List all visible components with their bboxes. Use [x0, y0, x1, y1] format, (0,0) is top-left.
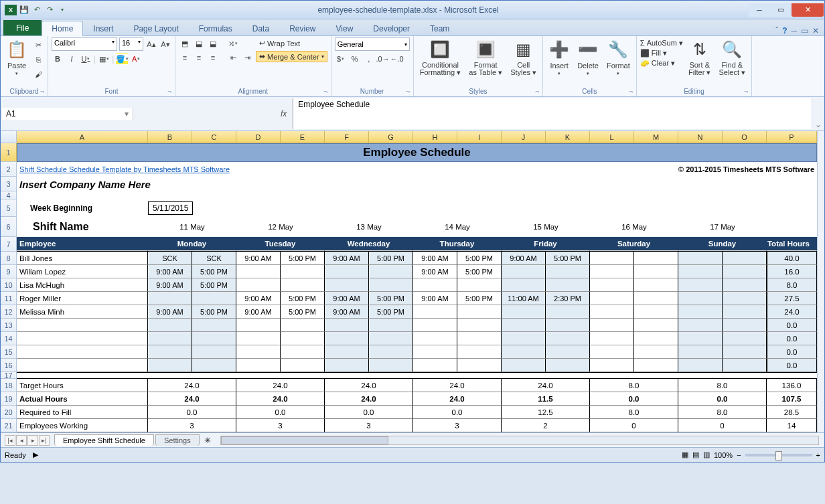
- shift-end-9-6[interactable]: [723, 265, 767, 278]
- shift-start-10-5[interactable]: [590, 278, 634, 292]
- minimize-ribbon-icon[interactable]: ˇ: [775, 26, 778, 35]
- shift-start-15-0[interactable]: [148, 345, 192, 359]
- row-header-3[interactable]: 3: [1, 177, 17, 191]
- fx-label[interactable]: fx: [275, 98, 293, 129]
- maximize-button[interactable]: ▭: [770, 3, 792, 17]
- shift-start-16-2[interactable]: [325, 359, 369, 372]
- col-header-D[interactable]: D: [236, 131, 281, 143]
- shift-end-9-5[interactable]: [634, 265, 678, 278]
- tab-page-layout[interactable]: Page Layout: [123, 21, 188, 35]
- shift-start-12-4[interactable]: [502, 305, 546, 319]
- shift-start-8-1[interactable]: 9:00 AM: [236, 252, 281, 265]
- font-color-button[interactable]: A: [130, 53, 142, 65]
- shift-end-9-4[interactable]: [546, 265, 590, 278]
- shift-end-12-6[interactable]: [723, 305, 767, 319]
- doc-restore-button[interactable]: ▭: [801, 26, 808, 35]
- row-header-15[interactable]: 15: [1, 345, 17, 359]
- shift-start-11-4[interactable]: 11:00 AM: [502, 292, 546, 305]
- increase-decimal-icon[interactable]: .0→: [377, 53, 389, 65]
- shift-start-16-3[interactable]: [413, 359, 457, 372]
- orientation-icon[interactable]: ⤭: [227, 37, 239, 50]
- row-header-18[interactable]: 18: [1, 379, 17, 392]
- employee-name-14[interactable]: [17, 332, 148, 345]
- shift-end-13-2[interactable]: [369, 319, 413, 332]
- shift-start-11-1[interactable]: 9:00 AM: [236, 292, 281, 305]
- shift-start-14-3[interactable]: [413, 332, 457, 345]
- shift-start-8-5[interactable]: [590, 252, 634, 265]
- shift-start-10-2[interactable]: [325, 278, 369, 292]
- shift-end-11-5[interactable]: [634, 292, 678, 305]
- shift-start-12-6[interactable]: [678, 305, 723, 319]
- col-header-E[interactable]: E: [281, 131, 325, 143]
- shift-start-15-1[interactable]: [236, 345, 281, 359]
- doc-close-button[interactable]: ✕: [812, 26, 819, 35]
- shift-end-15-0[interactable]: [192, 345, 236, 359]
- shift-end-16-3[interactable]: [457, 359, 502, 372]
- row-header-10[interactable]: 10: [1, 278, 17, 292]
- wrap-text-button[interactable]: ↩ Wrap Text: [256, 37, 327, 49]
- shift-end-13-5[interactable]: [634, 319, 678, 332]
- row-header-21[interactable]: 21: [1, 419, 17, 432]
- shift-end-16-2[interactable]: [369, 359, 413, 372]
- shift-start-14-4[interactable]: [502, 332, 546, 345]
- shift-start-14-2[interactable]: [325, 332, 369, 345]
- shift-start-11-3[interactable]: 9:00 AM: [413, 292, 457, 305]
- shift-start-14-6[interactable]: [678, 332, 723, 345]
- shift-end-9-1[interactable]: [281, 265, 325, 278]
- shift-start-15-4[interactable]: [502, 345, 546, 359]
- italic-button[interactable]: I: [66, 53, 78, 65]
- col-header-K[interactable]: K: [546, 131, 590, 143]
- underline-button[interactable]: U: [80, 53, 92, 65]
- shift-start-9-6[interactable]: [678, 265, 723, 278]
- col-header-J[interactable]: J: [502, 131, 546, 143]
- sheet-title[interactable]: Employee Schedule: [17, 143, 817, 162]
- format-as-table-button[interactable]: 🔳 Formatas Table ▾: [466, 37, 505, 78]
- shift-end-15-1[interactable]: [281, 345, 325, 359]
- shift-start-15-3[interactable]: [413, 345, 457, 359]
- week-beginning-input[interactable]: 5/11/2015: [148, 201, 193, 215]
- shift-end-13-0[interactable]: [192, 319, 236, 332]
- shift-end-15-2[interactable]: [369, 345, 413, 359]
- shift-start-10-1[interactable]: [236, 278, 281, 292]
- tab-data[interactable]: Data: [242, 21, 279, 35]
- tab-home[interactable]: Home: [42, 21, 83, 36]
- col-header-F[interactable]: F: [325, 131, 369, 143]
- employee-name-12[interactable]: Melissa Minh: [17, 305, 148, 319]
- shift-start-12-5[interactable]: [590, 305, 634, 319]
- employee-name-13[interactable]: [17, 319, 148, 332]
- shift-start-16-4[interactable]: [502, 359, 546, 372]
- shift-start-15-2[interactable]: [325, 345, 369, 359]
- delete-cells-button[interactable]: ➖ Delete▾: [575, 37, 601, 78]
- shift-name-label[interactable]: Shift Name: [17, 217, 148, 237]
- decrease-decimal-icon[interactable]: ←.0: [391, 53, 403, 65]
- name-box-dropdown-icon[interactable]: ▾: [125, 109, 129, 118]
- macro-icon[interactable]: ▶: [33, 450, 38, 459]
- autosum-button[interactable]: Σ AutoSum ▾: [640, 39, 683, 48]
- shift-start-14-1[interactable]: [236, 332, 281, 345]
- shift-end-10-0[interactable]: 5:00 PM: [192, 278, 236, 292]
- cut-icon[interactable]: ✂: [32, 39, 44, 51]
- shift-start-11-6[interactable]: [678, 292, 723, 305]
- row-header-19[interactable]: 19: [1, 392, 17, 406]
- redo-icon[interactable]: ↷: [44, 5, 55, 15]
- row-header-6[interactable]: 6: [1, 217, 17, 237]
- shift-end-10-4[interactable]: [546, 278, 590, 292]
- col-header-L[interactable]: L: [590, 131, 634, 143]
- shift-start-16-5[interactable]: [590, 359, 634, 372]
- format-cells-button[interactable]: 🔧 Format▾: [604, 37, 633, 78]
- shift-end-8-4[interactable]: 5:00 PM: [546, 252, 590, 265]
- shift-start-13-3[interactable]: [413, 319, 457, 332]
- shift-end-14-0[interactable]: [192, 332, 236, 345]
- percent-icon[interactable]: %: [349, 53, 361, 65]
- font-name-box[interactable]: Calibri▾: [52, 37, 117, 51]
- shift-end-14-3[interactable]: [457, 332, 502, 345]
- qat-more-icon[interactable]: ▾: [57, 5, 68, 15]
- shift-end-12-4[interactable]: [546, 305, 590, 319]
- format-painter-icon[interactable]: 🖌: [32, 68, 44, 80]
- shift-start-10-0[interactable]: 9:00 AM: [148, 278, 192, 292]
- template-link[interactable]: Shift Schedule Schedule Template by Time…: [17, 162, 546, 177]
- shift-end-8-6[interactable]: [723, 252, 767, 265]
- shift-end-9-3[interactable]: 5:00 PM: [457, 265, 502, 278]
- tab-developer[interactable]: Developer: [363, 21, 420, 35]
- formula-expand-icon[interactable]: ⌄: [812, 97, 824, 131]
